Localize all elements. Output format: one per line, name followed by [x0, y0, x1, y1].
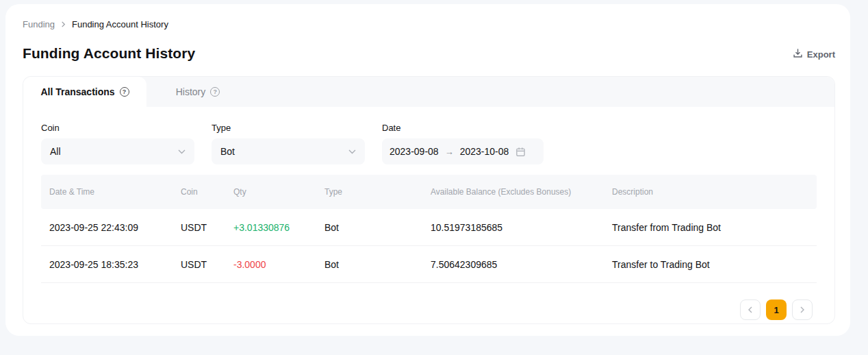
transactions-table: Date & Time Coin Qty Type Available Bala…: [41, 175, 817, 283]
filters-row: Coin All Type Bot: [41, 123, 817, 164]
table-row: 2023-09-25 22:43:09 USDT +3.01330876 Bot…: [41, 209, 817, 246]
pagination: 1: [41, 299, 817, 320]
help-icon[interactable]: ?: [120, 87, 129, 97]
breadcrumb: Funding Funding Account History: [23, 4, 835, 30]
page-number-button[interactable]: 1: [766, 299, 787, 320]
export-button[interactable]: Export: [793, 48, 835, 62]
title-row: Funding Account History Export: [23, 38, 835, 62]
type-filter: Type Bot: [212, 123, 365, 164]
prev-page-button[interactable]: [740, 299, 761, 320]
transactions-panel: All Transactions ? History ? Coin All: [23, 76, 835, 324]
chevron-down-icon: [178, 149, 186, 154]
page-title: Funding Account History: [23, 45, 195, 62]
coin-select[interactable]: All: [41, 138, 194, 164]
tab-history[interactable]: History ?: [146, 77, 249, 107]
cell-qty: -3.0000: [233, 259, 324, 270]
col-coin: Coin: [181, 187, 233, 197]
date-end-value: 2023-10-08: [460, 146, 509, 157]
col-available-balance: Available Balance (Excludes Bonuses): [431, 187, 612, 197]
table-row: 2023-09-25 18:35:23 USDT -3.0000 Bot 7.5…: [41, 246, 817, 283]
cell-balance: 10.51973185685: [431, 222, 612, 233]
breadcrumb-current: Funding Account History: [72, 19, 168, 29]
tab-all-transactions[interactable]: All Transactions ?: [23, 77, 146, 107]
page-background: Funding Funding Account History Funding …: [0, 0, 868, 355]
col-description: Description: [612, 187, 808, 197]
cell-type: Bot: [324, 222, 431, 233]
cell-description: Transfer to Trading Bot: [612, 259, 808, 270]
help-icon[interactable]: ?: [210, 87, 220, 97]
calendar-icon: [515, 147, 526, 157]
col-date-time: Date & Time: [49, 187, 181, 197]
date-range-input[interactable]: 2023-09-08 → 2023-10-08: [382, 138, 544, 164]
chevron-left-icon: [748, 304, 753, 316]
type-filter-label: Type: [212, 123, 365, 133]
col-qty: Qty: [233, 187, 324, 197]
chevron-right-icon: [60, 21, 66, 27]
date-start-value: 2023-09-08: [390, 146, 439, 157]
col-type: Type: [324, 187, 431, 197]
cell-coin: USDT: [181, 222, 233, 233]
tab-history-label: History: [176, 86, 206, 97]
tab-bar: All Transactions ? History ?: [23, 77, 834, 107]
download-icon: [793, 48, 803, 60]
date-range-arrow: →: [445, 147, 454, 157]
cell-balance: 7.50642309685: [431, 259, 612, 270]
coin-filter-label: Coin: [41, 123, 194, 133]
table-header-row: Date & Time Coin Qty Type Available Bala…: [41, 175, 817, 209]
cell-datetime: 2023-09-25 22:43:09: [49, 222, 181, 233]
coin-filter: Coin All: [41, 123, 194, 164]
cell-type: Bot: [324, 259, 431, 270]
cell-coin: USDT: [181, 259, 233, 270]
cell-datetime: 2023-09-25 18:35:23: [49, 259, 181, 270]
funding-history-card: Funding Funding Account History Funding …: [5, 4, 850, 336]
date-filter: Date 2023-09-08 → 2023-10-08: [382, 123, 544, 164]
export-label: Export: [807, 49, 835, 60]
tab-all-transactions-label: All Transactions: [40, 86, 114, 97]
date-filter-label: Date: [382, 123, 544, 133]
cell-qty: +3.01330876: [233, 222, 324, 233]
breadcrumb-funding[interactable]: Funding: [23, 19, 55, 29]
type-select-value: Bot: [220, 146, 235, 157]
panel-body: Coin All Type Bot: [23, 123, 834, 320]
next-page-button[interactable]: [792, 299, 813, 320]
coin-select-value: All: [50, 146, 61, 157]
type-select[interactable]: Bot: [212, 138, 365, 164]
cell-description: Transfer from Trading Bot: [612, 222, 808, 233]
chevron-right-icon: [800, 304, 805, 316]
chevron-down-icon: [348, 149, 356, 154]
